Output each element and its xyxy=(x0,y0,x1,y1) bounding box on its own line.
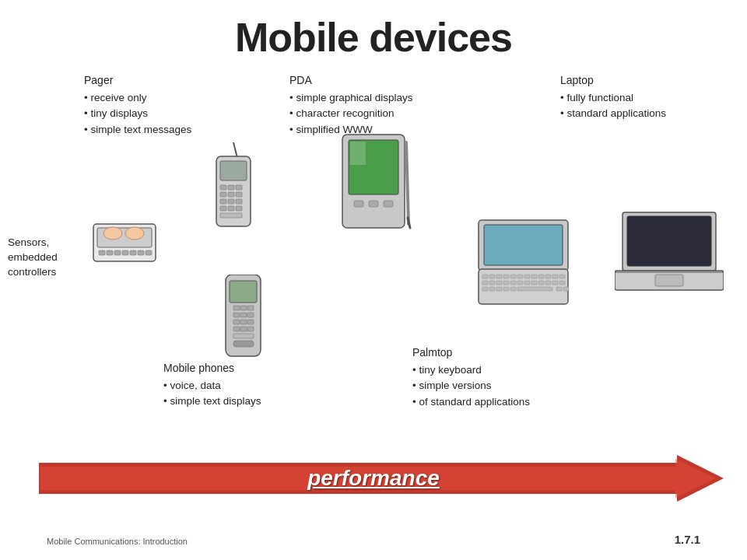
svg-rect-30 xyxy=(354,201,363,207)
palmtop-bullet-2: simple versions xyxy=(412,378,530,394)
footer-left: Mobile Communications: Introduction xyxy=(47,537,188,546)
mobile-info: Mobile phones voice, data simple text di… xyxy=(163,360,261,410)
pda-bullet-2: character recognition xyxy=(289,106,413,121)
mobile-bullet-1: voice, data xyxy=(163,378,261,394)
svg-rect-5 xyxy=(122,250,128,255)
laptop-bullet-2: standard applications xyxy=(560,106,666,121)
svg-rect-62 xyxy=(538,275,544,278)
palmtop-name: Palmtop xyxy=(412,345,530,361)
svg-rect-14 xyxy=(220,185,226,190)
svg-rect-85 xyxy=(563,287,569,291)
svg-rect-69 xyxy=(503,281,509,285)
svg-rect-3 xyxy=(107,250,113,255)
svg-rect-61 xyxy=(531,275,537,278)
svg-rect-44 xyxy=(240,320,247,324)
svg-rect-47 xyxy=(240,327,247,331)
pager-bullet-2: tiny displays xyxy=(84,106,191,121)
svg-rect-66 xyxy=(482,281,488,285)
svg-rect-7 xyxy=(138,250,144,255)
svg-rect-55 xyxy=(489,275,495,278)
svg-rect-26 xyxy=(220,213,242,218)
svg-rect-32 xyxy=(384,201,393,207)
svg-rect-15 xyxy=(228,185,234,190)
svg-rect-87 xyxy=(627,216,711,266)
svg-rect-68 xyxy=(496,281,502,285)
pda-bullet-1: simple graphical displays xyxy=(289,90,413,106)
svg-rect-8 xyxy=(146,250,152,255)
page-title: Mobile devices xyxy=(0,0,747,61)
svg-rect-19 xyxy=(236,192,242,197)
svg-rect-6 xyxy=(130,250,136,255)
svg-rect-39 xyxy=(247,306,254,310)
svg-rect-59 xyxy=(517,275,523,278)
svg-rect-21 xyxy=(228,199,234,204)
svg-rect-79 xyxy=(489,287,495,291)
svg-rect-82 xyxy=(510,287,516,291)
svg-rect-17 xyxy=(220,192,226,197)
svg-rect-56 xyxy=(496,275,502,278)
pager-bullet-1: receive only xyxy=(84,90,191,106)
pager-bullet-3: simple text messages xyxy=(84,122,191,138)
svg-rect-38 xyxy=(240,306,247,310)
svg-rect-77 xyxy=(559,281,565,285)
laptop-bullet-1: fully functional xyxy=(560,90,666,106)
mobile-bullet-2: simple text displays xyxy=(163,394,261,409)
performance-label: performance xyxy=(0,455,747,502)
svg-rect-43 xyxy=(233,320,240,324)
pda-image xyxy=(335,131,412,243)
svg-rect-75 xyxy=(545,281,551,285)
svg-rect-89 xyxy=(655,275,683,286)
svg-rect-57 xyxy=(503,275,509,278)
svg-rect-74 xyxy=(538,281,544,285)
svg-rect-76 xyxy=(552,281,558,285)
svg-rect-29 xyxy=(350,142,366,165)
pda-name: PDA xyxy=(289,72,413,89)
pager-image xyxy=(210,142,257,247)
svg-rect-13 xyxy=(220,161,247,180)
svg-rect-84 xyxy=(556,287,562,291)
svg-rect-37 xyxy=(233,306,240,310)
phone-image xyxy=(222,275,265,363)
svg-line-11 xyxy=(233,142,237,158)
svg-rect-83 xyxy=(517,287,552,291)
pda-info: PDA simple graphical displays character … xyxy=(289,72,413,138)
svg-rect-78 xyxy=(482,287,488,291)
svg-rect-63 xyxy=(545,275,551,278)
svg-point-9 xyxy=(103,227,122,240)
svg-rect-24 xyxy=(228,206,234,211)
svg-rect-71 xyxy=(517,281,523,285)
sensors-name: Sensors,embeddedcontrollers xyxy=(8,236,58,280)
svg-rect-58 xyxy=(510,275,516,278)
laptop-image xyxy=(615,208,724,305)
svg-rect-50 xyxy=(233,341,254,347)
footer-right: 1.7.1 xyxy=(675,533,700,546)
palmtop-bullet-1: tiny keyboard xyxy=(412,362,530,378)
sensor-image xyxy=(89,216,160,270)
laptop-info: Laptop fully functional standard applica… xyxy=(560,72,666,122)
svg-rect-42 xyxy=(247,313,254,317)
svg-rect-23 xyxy=(220,206,226,211)
svg-rect-70 xyxy=(510,281,516,285)
svg-rect-2 xyxy=(99,250,105,255)
svg-rect-81 xyxy=(503,287,509,291)
svg-rect-80 xyxy=(496,287,502,291)
palmtop-info: Palmtop tiny keyboard simple versions of… xyxy=(412,345,530,410)
svg-rect-22 xyxy=(236,199,242,204)
svg-rect-72 xyxy=(524,281,530,285)
pager-info: Pager receive only tiny displays simple … xyxy=(84,72,191,138)
svg-line-33 xyxy=(406,142,409,224)
svg-rect-45 xyxy=(247,320,254,324)
svg-rect-31 xyxy=(369,201,378,207)
svg-rect-73 xyxy=(531,281,537,285)
svg-rect-49 xyxy=(233,334,254,338)
svg-rect-60 xyxy=(524,275,530,278)
svg-rect-48 xyxy=(247,327,254,331)
palmtop-bullet-3: of standard applications xyxy=(412,394,530,410)
svg-rect-18 xyxy=(228,192,234,197)
svg-rect-64 xyxy=(552,275,558,278)
svg-rect-52 xyxy=(484,225,563,265)
performance-text: performance xyxy=(307,466,440,491)
svg-rect-67 xyxy=(489,281,495,285)
svg-rect-36 xyxy=(230,281,257,303)
content-area: Pager receive only tiny displays simple … xyxy=(0,65,747,500)
